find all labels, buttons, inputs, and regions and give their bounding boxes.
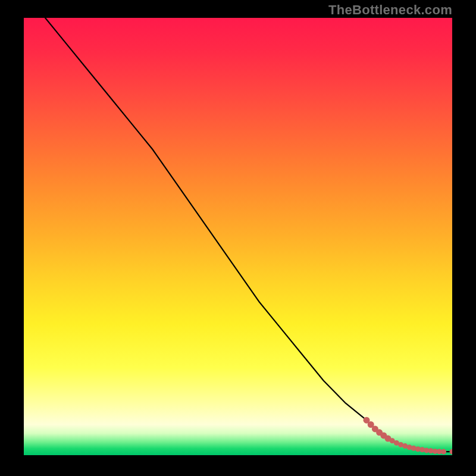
plot-area bbox=[24, 18, 452, 455]
data-point bbox=[450, 449, 453, 455]
data-point bbox=[394, 440, 399, 446]
data-point bbox=[376, 429, 383, 436]
data-point bbox=[390, 438, 395, 443]
data-point bbox=[364, 417, 370, 424]
attribution-label: TheBottleneck.com bbox=[328, 2, 452, 18]
data-point bbox=[385, 436, 392, 442]
data-point bbox=[437, 449, 442, 454]
data-point bbox=[398, 442, 403, 447]
chart-stage: TheBottleneck.com bbox=[0, 0, 476, 476]
main-curve bbox=[45, 18, 452, 452]
scatter-points bbox=[364, 417, 453, 455]
chart-overlay bbox=[24, 18, 452, 455]
data-point bbox=[433, 449, 438, 454]
data-point bbox=[402, 443, 408, 449]
data-point bbox=[411, 446, 416, 451]
data-point bbox=[419, 447, 425, 452]
data-point bbox=[372, 425, 378, 432]
data-point bbox=[424, 447, 429, 453]
data-point bbox=[428, 448, 434, 453]
data-point bbox=[441, 449, 446, 455]
data-point bbox=[415, 446, 421, 452]
data-point bbox=[368, 421, 374, 428]
data-point bbox=[407, 444, 412, 450]
data-point bbox=[380, 432, 387, 439]
